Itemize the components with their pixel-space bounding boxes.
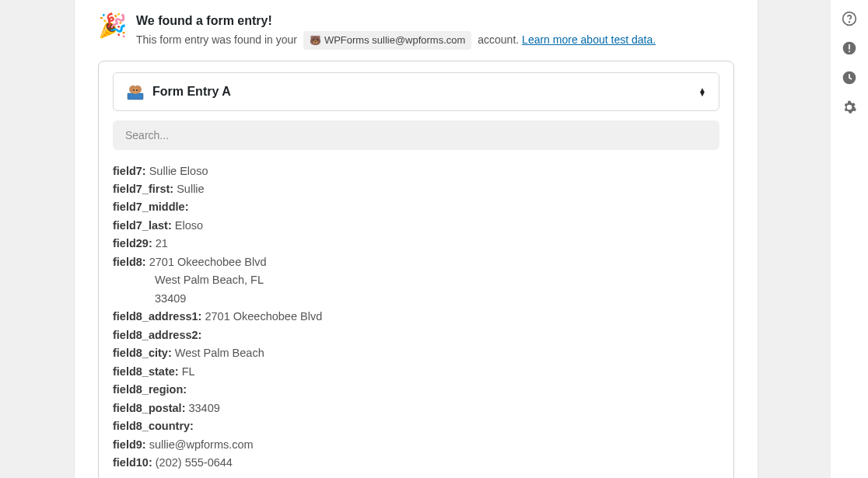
entry-selector[interactable]: Form Entry A ▲ ▼ — [113, 72, 719, 111]
field-value: Sullie — [177, 180, 204, 198]
field-value: West Palm Beach, FL — [155, 271, 264, 289]
entry-selector-title: Form Entry A — [152, 85, 231, 99]
field-label: field9: — [113, 436, 146, 454]
wpforms-icon: 🐻 — [310, 33, 321, 47]
field-label: field8_region: — [113, 381, 187, 399]
field-label: field8_address1: — [113, 308, 201, 326]
field-row: West Palm Beach, FL — [113, 271, 719, 289]
field-value: 2701 Okeechobee Blvd — [149, 253, 267, 271]
header-subtitle: This form entry was found in your 🐻 WPFo… — [136, 31, 734, 50]
field-value: (202) 555-0644 — [156, 454, 233, 472]
svg-point-3 — [132, 88, 138, 94]
field-row: field10:(202) 555-0644 — [113, 454, 719, 472]
header-text: We found a form entry! This form entry w… — [136, 14, 734, 50]
field-label: field7_first: — [113, 180, 173, 198]
field-row: field8_country: — [113, 417, 719, 435]
field-row: field8_address2: — [113, 326, 719, 344]
field-label: field7_last: — [113, 217, 172, 235]
field-row: field8:2701 Okeechobee Blvd — [113, 253, 719, 271]
field-value: Sullie Eloso — [149, 162, 208, 180]
field-value: 21 — [156, 235, 168, 253]
field-row: field8_city:West Palm Beach — [113, 344, 719, 362]
help-button[interactable] — [835, 5, 863, 33]
alert-button[interactable] — [835, 34, 863, 62]
entry-card: Form Entry A ▲ ▼ field7:Sullie Elosofiel… — [98, 61, 734, 479]
field-value: 2701 Okeechobee Blvd — [205, 308, 322, 326]
field-row: field7:Sullie Eloso — [113, 162, 719, 180]
form-entry-panel: 🎉 We found a form entry! This form entry… — [74, 0, 758, 478]
account-label: WPForms sullie@wpforms.com — [324, 33, 466, 48]
field-label: field29: — [113, 235, 152, 253]
party-popper-icon: 🎉 — [98, 14, 127, 37]
field-row: field7_last:Eloso — [113, 217, 719, 235]
field-label: field10: — [113, 454, 152, 472]
settings-button[interactable] — [835, 93, 863, 121]
right-rail — [831, 0, 868, 478]
field-value: sullie@wpforms.com — [149, 436, 254, 454]
history-button[interactable] — [835, 64, 863, 92]
field-label: field7_middle: — [113, 198, 189, 216]
account-pill: 🐻 WPForms sullie@wpforms.com — [303, 31, 472, 50]
field-label: field7: — [113, 162, 146, 180]
field-label: field8: — [113, 253, 146, 271]
field-row: field8_region: — [113, 381, 719, 399]
field-value: 33409 — [155, 290, 186, 308]
field-label: field8_state: — [113, 363, 179, 381]
svg-point-10 — [849, 51, 850, 52]
field-row: field8_address1:2701 Okeechobee Blvd — [113, 308, 719, 326]
subtitle-prefix: This form entry was found in your — [136, 33, 300, 46]
field-row: field7_middle: — [113, 198, 719, 216]
svg-point-5 — [136, 89, 138, 91]
svg-point-12 — [848, 106, 852, 110]
search-input[interactable] — [113, 120, 719, 150]
field-label: field8_country: — [113, 417, 194, 435]
field-row: field29:21 — [113, 235, 719, 253]
field-label: field8_address2: — [113, 326, 201, 344]
field-value: Eloso — [175, 217, 203, 235]
field-row: 33409 — [113, 290, 719, 308]
panel-header: 🎉 We found a form entry! This form entry… — [98, 14, 734, 50]
field-row: field8_state:FL — [113, 363, 719, 381]
field-row: field7_first:Sullie — [113, 180, 719, 198]
entry-selector-left: Form Entry A — [126, 82, 231, 101]
field-label: field8_city: — [113, 344, 172, 362]
svg-point-7 — [849, 22, 850, 23]
field-value: FL — [182, 363, 195, 381]
subtitle-suffix: account. — [478, 33, 522, 46]
field-label: field8_postal: — [113, 399, 185, 417]
svg-rect-9 — [849, 44, 850, 50]
field-row: field9:sullie@wpforms.com — [113, 436, 719, 454]
svg-point-4 — [133, 89, 135, 91]
sort-icon: ▲ ▼ — [698, 88, 706, 96]
entry-icon — [126, 82, 145, 101]
svg-rect-0 — [128, 93, 143, 99]
field-row: field8_postal:33409 — [113, 399, 719, 417]
field-value: West Palm Beach — [175, 344, 264, 362]
header-title: We found a form entry! — [136, 14, 734, 28]
learn-more-link[interactable]: Learn more about test data. — [522, 33, 656, 46]
field-list: field7:Sullie Elosofield7_first:Sulliefi… — [113, 162, 719, 473]
field-value: 33409 — [188, 399, 219, 417]
